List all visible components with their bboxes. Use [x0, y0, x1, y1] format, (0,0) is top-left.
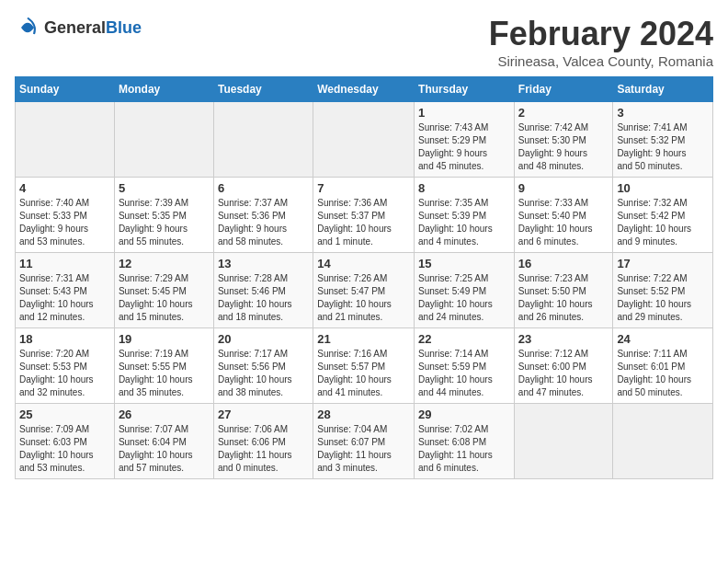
day-info: Sunrise: 7:28 AM Sunset: 5:46 PM Dayligh… — [218, 272, 309, 324]
calendar-cell — [16, 102, 115, 178]
calendar-cell: 12Sunrise: 7:29 AM Sunset: 5:45 PM Dayli… — [114, 253, 213, 328]
calendar-cell: 15Sunrise: 7:25 AM Sunset: 5:49 PM Dayli… — [415, 253, 515, 328]
day-number: 25 — [19, 408, 110, 421]
day-number: 9 — [518, 181, 609, 195]
day-header-tuesday: Tuesday — [213, 77, 313, 102]
day-info: Sunrise: 7:43 AM Sunset: 5:29 PM Dayligh… — [418, 121, 510, 173]
calendar-cell: 10Sunrise: 7:32 AM Sunset: 5:42 PM Dayli… — [613, 178, 713, 253]
day-number: 6 — [218, 181, 309, 195]
day-info: Sunrise: 7:26 AM Sunset: 5:47 PM Dayligh… — [317, 272, 410, 324]
day-info: Sunrise: 7:16 AM Sunset: 5:57 PM Dayligh… — [317, 348, 410, 399]
calendar-cell: 16Sunrise: 7:23 AM Sunset: 5:50 PM Dayli… — [514, 253, 613, 328]
logo-icon — [15, 15, 40, 40]
calendar-cell: 2Sunrise: 7:42 AM Sunset: 5:30 PM Daylig… — [514, 102, 613, 178]
day-number: 21 — [317, 332, 410, 346]
day-info: Sunrise: 7:39 AM Sunset: 5:35 PM Dayligh… — [119, 197, 210, 248]
day-info: Sunrise: 7:40 AM Sunset: 5:33 PM Dayligh… — [19, 197, 110, 248]
calendar-cell: 5Sunrise: 7:39 AM Sunset: 5:35 PM Daylig… — [114, 178, 213, 253]
calendar-header-row: SundayMondayTuesdayWednesdayThursdayFrid… — [16, 77, 713, 102]
day-number: 3 — [617, 106, 709, 120]
day-header-thursday: Thursday — [415, 77, 515, 102]
calendar-week-row: 4Sunrise: 7:40 AM Sunset: 5:33 PM Daylig… — [16, 178, 713, 253]
day-number: 22 — [418, 332, 510, 346]
day-info: Sunrise: 7:19 AM Sunset: 5:55 PM Dayligh… — [119, 348, 210, 399]
calendar-table: SundayMondayTuesdayWednesdayThursdayFrid… — [15, 76, 713, 479]
day-info: Sunrise: 7:02 AM Sunset: 6:08 PM Dayligh… — [418, 423, 510, 475]
day-info: Sunrise: 7:29 AM Sunset: 5:45 PM Dayligh… — [119, 272, 210, 324]
calendar-cell: 19Sunrise: 7:19 AM Sunset: 5:55 PM Dayli… — [114, 328, 213, 404]
day-number: 18 — [19, 332, 110, 346]
calendar-cell: 6Sunrise: 7:37 AM Sunset: 5:36 PM Daylig… — [213, 178, 313, 253]
day-info: Sunrise: 7:42 AM Sunset: 5:30 PM Dayligh… — [518, 121, 609, 173]
logo-general: GeneralBlue — [44, 18, 142, 38]
calendar-cell: 21Sunrise: 7:16 AM Sunset: 5:57 PM Dayli… — [313, 328, 415, 404]
month-year-title: February 2024 — [489, 15, 713, 53]
location-subtitle: Sirineasa, Valcea County, Romania — [489, 53, 713, 69]
day-info: Sunrise: 7:06 AM Sunset: 6:06 PM Dayligh… — [218, 423, 309, 475]
day-number: 17 — [617, 257, 709, 270]
calendar-cell — [613, 404, 713, 479]
day-number: 5 — [119, 181, 210, 195]
calendar-cell: 9Sunrise: 7:33 AM Sunset: 5:40 PM Daylig… — [514, 178, 613, 253]
calendar-cell: 22Sunrise: 7:14 AM Sunset: 5:59 PM Dayli… — [415, 328, 515, 404]
day-number: 28 — [317, 408, 410, 421]
day-number: 15 — [418, 257, 510, 270]
calendar-cell — [114, 102, 213, 178]
day-number: 13 — [218, 257, 309, 270]
calendar-week-row: 11Sunrise: 7:31 AM Sunset: 5:43 PM Dayli… — [16, 253, 713, 328]
day-info: Sunrise: 7:09 AM Sunset: 6:03 PM Dayligh… — [19, 423, 110, 475]
calendar-cell — [313, 102, 415, 178]
day-header-saturday: Saturday — [613, 77, 713, 102]
calendar-cell: 11Sunrise: 7:31 AM Sunset: 5:43 PM Dayli… — [16, 253, 115, 328]
day-number: 16 — [518, 257, 609, 270]
calendar-cell: 14Sunrise: 7:26 AM Sunset: 5:47 PM Dayli… — [313, 253, 415, 328]
calendar-cell: 18Sunrise: 7:20 AM Sunset: 5:53 PM Dayli… — [16, 328, 115, 404]
calendar-cell: 28Sunrise: 7:04 AM Sunset: 6:07 PM Dayli… — [313, 404, 415, 479]
day-info: Sunrise: 7:23 AM Sunset: 5:50 PM Dayligh… — [518, 272, 609, 324]
page-header: GeneralBlue February 2024 Sirineasa, Val… — [15, 15, 713, 69]
day-number: 2 — [518, 106, 609, 120]
day-number: 11 — [19, 257, 110, 270]
day-number: 14 — [317, 257, 410, 270]
day-header-friday: Friday — [514, 77, 613, 102]
day-number: 7 — [317, 181, 410, 195]
calendar-cell: 7Sunrise: 7:36 AM Sunset: 5:37 PM Daylig… — [313, 178, 415, 253]
calendar-cell: 4Sunrise: 7:40 AM Sunset: 5:33 PM Daylig… — [16, 178, 115, 253]
calendar-cell: 17Sunrise: 7:22 AM Sunset: 5:52 PM Dayli… — [613, 253, 713, 328]
calendar-cell: 29Sunrise: 7:02 AM Sunset: 6:08 PM Dayli… — [415, 404, 515, 479]
day-number: 29 — [418, 408, 510, 421]
day-info: Sunrise: 7:31 AM Sunset: 5:43 PM Dayligh… — [19, 272, 110, 324]
day-number: 27 — [218, 408, 309, 421]
calendar-cell: 24Sunrise: 7:11 AM Sunset: 6:01 PM Dayli… — [613, 328, 713, 404]
day-number: 8 — [418, 181, 510, 195]
day-number: 1 — [418, 106, 510, 120]
calendar-cell: 27Sunrise: 7:06 AM Sunset: 6:06 PM Dayli… — [213, 404, 313, 479]
day-header-monday: Monday — [114, 77, 213, 102]
calendar-cell: 13Sunrise: 7:28 AM Sunset: 5:46 PM Dayli… — [213, 253, 313, 328]
day-info: Sunrise: 7:41 AM Sunset: 5:32 PM Dayligh… — [617, 121, 709, 173]
calendar-cell: 20Sunrise: 7:17 AM Sunset: 5:56 PM Dayli… — [213, 328, 313, 404]
day-info: Sunrise: 7:20 AM Sunset: 5:53 PM Dayligh… — [19, 348, 110, 399]
day-info: Sunrise: 7:04 AM Sunset: 6:07 PM Dayligh… — [317, 423, 410, 475]
day-number: 20 — [218, 332, 309, 346]
day-info: Sunrise: 7:25 AM Sunset: 5:49 PM Dayligh… — [418, 272, 510, 324]
calendar-cell: 8Sunrise: 7:35 AM Sunset: 5:39 PM Daylig… — [415, 178, 515, 253]
day-info: Sunrise: 7:11 AM Sunset: 6:01 PM Dayligh… — [617, 348, 709, 399]
day-info: Sunrise: 7:22 AM Sunset: 5:52 PM Dayligh… — [617, 272, 709, 324]
calendar-cell — [514, 404, 613, 479]
day-number: 10 — [617, 181, 709, 195]
day-header-sunday: Sunday — [16, 77, 115, 102]
day-number: 4 — [19, 181, 110, 195]
calendar-cell: 3Sunrise: 7:41 AM Sunset: 5:32 PM Daylig… — [613, 102, 713, 178]
calendar-week-row: 25Sunrise: 7:09 AM Sunset: 6:03 PM Dayli… — [16, 404, 713, 479]
day-info: Sunrise: 7:17 AM Sunset: 5:56 PM Dayligh… — [218, 348, 309, 399]
day-number: 24 — [617, 332, 709, 346]
day-info: Sunrise: 7:35 AM Sunset: 5:39 PM Dayligh… — [418, 197, 510, 248]
day-number: 23 — [518, 332, 609, 346]
calendar-cell: 26Sunrise: 7:07 AM Sunset: 6:04 PM Dayli… — [114, 404, 213, 479]
day-info: Sunrise: 7:14 AM Sunset: 5:59 PM Dayligh… — [418, 348, 510, 399]
day-header-wednesday: Wednesday — [313, 77, 415, 102]
day-info: Sunrise: 7:36 AM Sunset: 5:37 PM Dayligh… — [317, 197, 410, 248]
calendar-cell: 1Sunrise: 7:43 AM Sunset: 5:29 PM Daylig… — [415, 102, 515, 178]
calendar-cell: 25Sunrise: 7:09 AM Sunset: 6:03 PM Dayli… — [16, 404, 115, 479]
